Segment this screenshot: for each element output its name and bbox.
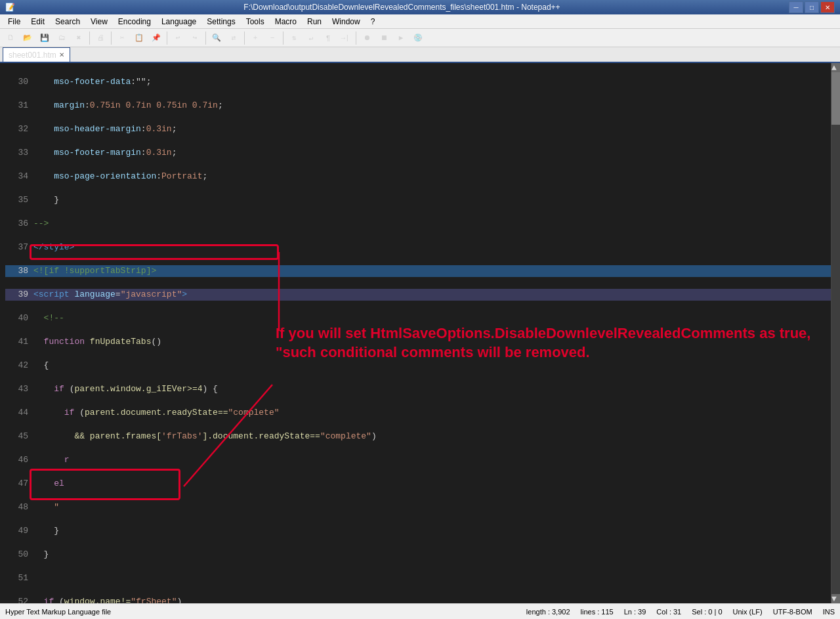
menu-encoding[interactable]: Encoding (113, 14, 156, 28)
macro-save-button[interactable]: 💿 (410, 30, 426, 46)
menu-view[interactable]: View (85, 14, 113, 28)
sep7 (356, 32, 356, 45)
find-replace-button[interactable]: ⇄ (226, 30, 242, 46)
print-button[interactable]: 🖨 (93, 30, 108, 46)
sep3 (167, 32, 167, 45)
maximize-button[interactable]: □ (805, 1, 819, 13)
titlebar-icon: 📝 (5, 3, 15, 12)
sep2 (111, 32, 112, 45)
vertical-scrollbar[interactable]: ▲ ▼ (831, 63, 840, 603)
find-button[interactable]: 🔍 (209, 30, 224, 46)
menu-help[interactable]: ? (366, 14, 381, 28)
close-button2[interactable]: ✖ (71, 30, 87, 46)
redo-button[interactable]: ↪ (187, 30, 203, 46)
menubar: File Edit Search View Encoding Language … (0, 14, 840, 29)
new-button[interactable]: 🗋 (3, 30, 18, 46)
sync-scroll-button[interactable]: ⇅ (286, 30, 302, 46)
macro-play-button[interactable]: ▶ (393, 30, 409, 46)
undo-button[interactable]: ↩ (170, 30, 186, 46)
zoom-in-button[interactable]: + (247, 30, 263, 46)
sep4 (205, 32, 206, 45)
sep5 (244, 32, 245, 45)
menu-settings[interactable]: Settings (201, 14, 240, 28)
tab-label: sheet001.htm (9, 51, 56, 60)
sep1 (89, 32, 90, 45)
menu-search[interactable]: Search (50, 14, 85, 28)
titlebar-controls: ─ □ ✕ (789, 1, 835, 13)
editor: 30 mso-footer-data:""; 31 margin:0.75in … (0, 63, 840, 603)
menu-macro[interactable]: Macro (270, 14, 302, 28)
word-wrap-button[interactable]: ↵ (303, 30, 319, 46)
zoom-out-button[interactable]: − (264, 30, 280, 46)
minimize-button[interactable]: ─ (789, 1, 803, 13)
menu-edit[interactable]: Edit (26, 14, 50, 28)
menu-run[interactable]: Run (302, 14, 327, 28)
cut-button[interactable]: ✂ (114, 30, 130, 46)
copy-button[interactable]: 📋 (131, 30, 147, 46)
scrollbar-thumb[interactable] (831, 72, 840, 125)
menu-file[interactable]: File (3, 14, 26, 28)
scrollbar-down-arrow[interactable]: ▼ (831, 594, 840, 603)
tab-sheet001[interactable]: sheet001.htm ✕ (3, 47, 70, 62)
indent-button[interactable]: →| (337, 30, 353, 46)
sep6 (283, 32, 284, 45)
scrollbar-up-arrow[interactable]: ▲ (831, 63, 840, 72)
menu-tools[interactable]: Tools (241, 14, 270, 28)
open-button[interactable]: 📂 (20, 30, 35, 46)
menu-window[interactable]: Window (327, 14, 366, 28)
macro-stop-button[interactable]: ⏹ (376, 30, 392, 46)
save-all-button[interactable]: 🗂 (54, 30, 70, 46)
save-button[interactable]: 💾 (37, 30, 52, 46)
code-area[interactable]: 30 mso-footer-data:""; 31 margin:0.75in … (0, 63, 831, 603)
toolbar: 🗋 📂 💾 🗂 ✖ 🖨 ✂ 📋 📌 ↩ ↪ 🔍 ⇄ + − ⇅ ↵ ¶ →| ⏺… (0, 29, 840, 47)
all-chars-button[interactable]: ¶ (320, 30, 336, 46)
close-button[interactable]: ✕ (820, 1, 835, 13)
tab-close-icon[interactable]: ✕ (59, 51, 64, 58)
tabbar: sheet001.htm ✕ (0, 47, 840, 63)
titlebar: 📝 F:\Download\outputDisableDownlevelReve… (0, 0, 840, 14)
macro-record-button[interactable]: ⏺ (359, 30, 375, 46)
menu-language[interactable]: Language (156, 14, 201, 28)
titlebar-title: F:\Download\outputDisableDownlevelReveal… (15, 3, 789, 12)
paste-button[interactable]: 📌 (148, 30, 164, 46)
